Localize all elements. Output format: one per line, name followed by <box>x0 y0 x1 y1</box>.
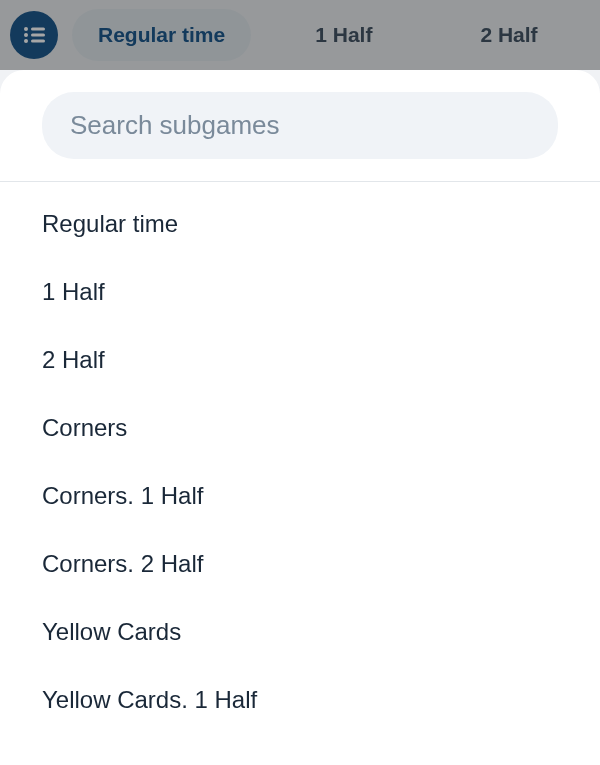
tab-2-half[interactable]: 2 Half <box>480 23 537 47</box>
list-item[interactable]: Yellow Cards. 1 Half <box>0 666 600 734</box>
list-item[interactable]: Corners. 1 Half <box>0 462 600 530</box>
svg-rect-1 <box>31 28 45 31</box>
svg-point-2 <box>24 33 28 37</box>
top-tab-bar: Regular time 1 Half 2 Half <box>0 0 600 70</box>
svg-point-4 <box>24 39 28 43</box>
subgames-list[interactable]: Regular time 1 Half 2 Half Corners Corne… <box>0 182 600 765</box>
list-item[interactable]: Yellow Cards <box>0 598 600 666</box>
search-input[interactable] <box>42 92 558 159</box>
list-icon <box>23 26 45 44</box>
search-container <box>0 70 600 182</box>
svg-rect-3 <box>31 34 45 37</box>
tab-1-half[interactable]: 1 Half <box>315 23 372 47</box>
svg-point-0 <box>24 27 28 31</box>
list-toggle-button[interactable] <box>10 11 58 59</box>
list-item[interactable]: Corners. 2 Half <box>0 530 600 598</box>
tab-regular-time[interactable]: Regular time <box>72 9 251 61</box>
svg-rect-5 <box>31 40 45 43</box>
subgames-sheet: Regular time 1 Half 2 Half Corners Corne… <box>0 70 600 765</box>
list-item[interactable]: Regular time <box>0 190 600 258</box>
list-item[interactable]: Corners <box>0 394 600 462</box>
list-item[interactable]: 2 Half <box>0 326 600 394</box>
list-item[interactable]: 1 Half <box>0 258 600 326</box>
